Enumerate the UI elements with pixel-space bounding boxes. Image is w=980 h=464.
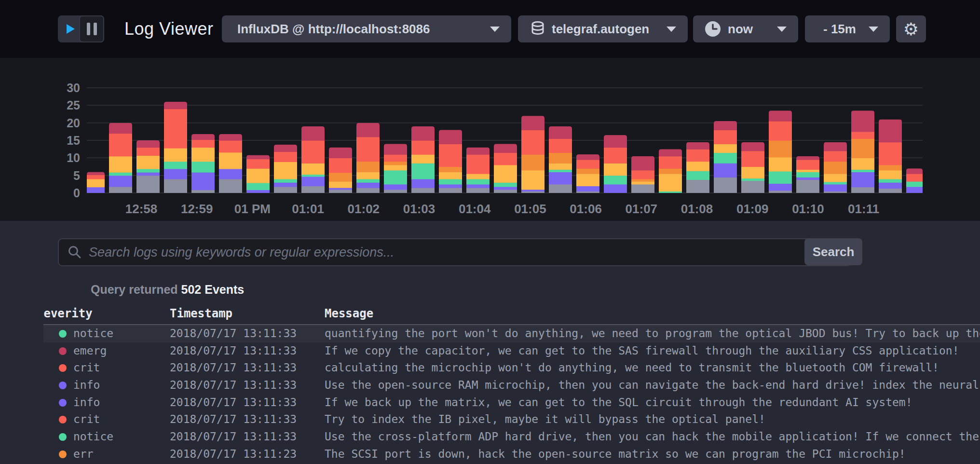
bar-segment-notice: [714, 152, 737, 163]
bar-segment-crit: [741, 151, 764, 167]
bar-segment-notice: [549, 169, 572, 172]
bar-segment-warning: [604, 163, 627, 176]
histogram-bar: [604, 135, 627, 193]
bar-segment-emerg: [494, 144, 517, 153]
bar-segment-warning: [576, 174, 599, 186]
search-input[interactable]: [82, 245, 851, 260]
histogram-bar: [219, 134, 242, 193]
bar-segment-info: [219, 169, 242, 179]
bar-segment-err: [576, 168, 599, 174]
bar-segment-crit: [356, 137, 380, 162]
log-table: Severity Timestamp Message notice2018/07…: [43, 304, 980, 464]
bar-segment-notice: [879, 179, 902, 183]
histogram-bar: [136, 140, 160, 193]
bar-segment-notice: [301, 174, 325, 177]
table-row[interactable]: info2018/07/17 13:11:33Use the open-sour…: [43, 377, 980, 394]
chevron-down-icon: [777, 27, 787, 32]
bar-segment-emerg: [906, 168, 923, 174]
bar-segment-emerg: [576, 154, 599, 160]
bar-segment-emerg: [824, 142, 847, 151]
bar-segment-emerg: [109, 123, 132, 134]
bar-segment-crit: [109, 133, 132, 156]
bar-segment-warning: [136, 155, 160, 169]
bar-segment-emerg: [164, 102, 187, 109]
pause-icon: [87, 23, 90, 35]
bar-segment-emerg: [796, 156, 819, 160]
bar-segment-crit: [494, 152, 517, 165]
bar-segment-emerg: [879, 119, 902, 142]
play-button[interactable]: [58, 15, 81, 42]
bar-segment-info: [274, 182, 297, 187]
search-button[interactable]: Search: [804, 238, 862, 265]
log-panel: Search Query returned 502 Events Severit…: [0, 221, 980, 464]
bar-segment-crit: [329, 158, 352, 173]
histogram-bar: [796, 156, 819, 193]
row-message: Use the open-source RAM microchip, then …: [325, 377, 980, 394]
x-axis-tick-label: 01:07: [626, 202, 658, 216]
bar-segment-notice: [741, 178, 764, 181]
row-message: quantifying the port won't do anything, …: [325, 325, 980, 342]
bar-segment-notice: [274, 179, 297, 183]
table-row[interactable]: emerg2018/07/17 13:11:33If we copy the c…: [43, 342, 980, 360]
bar-segment-debug: [191, 190, 215, 193]
table-row[interactable]: notice2018/07/17 13:11:33quantifying the…: [43, 325, 980, 342]
bar-segment-info: [576, 186, 599, 191]
histogram-bar: [439, 130, 462, 193]
bar-segment-emerg: [411, 126, 435, 141]
bar-segment-info: [851, 172, 874, 187]
time-dropdown[interactable]: now: [693, 15, 798, 42]
bar-segment-notice: [769, 171, 792, 184]
clock-icon: [705, 21, 721, 37]
event-count: 502 Events: [181, 283, 245, 296]
bar-segment-info: [796, 177, 819, 180]
severity-dot-notice: [59, 433, 67, 441]
bar-segment-notice: [356, 179, 380, 183]
source-dropdown[interactable]: InfluxDB @ http://localhost:8086: [222, 15, 511, 42]
x-axis-tick-label: 01:10: [792, 202, 824, 216]
pause-button[interactable]: [79, 15, 104, 42]
histogram-bar: [879, 119, 902, 193]
table-row[interactable]: err2018/07/17 13:11:23The SCSI port is d…: [43, 446, 980, 463]
bar-segment-crit: [576, 160, 599, 169]
bar-segment-warning: [686, 162, 709, 171]
bar-segment-err: [384, 162, 407, 165]
row-timestamp: 2018/07/17 13:11:33: [170, 411, 297, 428]
duration-dropdown[interactable]: - 15m: [805, 15, 890, 42]
settings-button[interactable]: ⚙: [896, 15, 926, 42]
event-histogram[interactable]: 05101520253012:5812:5901 PM01:0101:0201:…: [0, 58, 980, 221]
histogram-bar: [741, 142, 764, 193]
bar-segment-crit: [191, 140, 215, 148]
bar-segment-crit: [466, 154, 490, 174]
bar-segment-crit: [824, 151, 847, 162]
bar-segment-warning: [824, 174, 847, 182]
row-severity: notice: [73, 428, 113, 446]
duration-dropdown-label: - 15m: [823, 22, 856, 37]
bar-segment-crit: [659, 156, 682, 169]
bar-segment-warning: [164, 148, 187, 162]
bar-segment-emerg: [191, 134, 215, 140]
database-icon: [531, 21, 545, 37]
histogram-bar: [87, 172, 105, 193]
bar-segment-info: [879, 182, 902, 189]
bar-segment-warning: [521, 170, 544, 190]
bar-segment-emerg: [274, 145, 297, 152]
bar-segment-warning: [879, 170, 902, 179]
bar-segment-debug: [356, 188, 380, 193]
bar-segment-debug: [824, 191, 847, 193]
bar-segment-notice: [686, 171, 709, 180]
bar-segment-emerg: [329, 148, 352, 158]
namespace-dropdown[interactable]: telegraf.autogen: [518, 15, 688, 42]
bar-segment-err: [879, 165, 902, 171]
table-row[interactable]: crit2018/07/17 13:11:33Try to index the …: [43, 411, 980, 428]
table-row[interactable]: info2018/07/17 13:11:33If we back up the…: [43, 394, 980, 411]
bar-segment-emerg: [769, 110, 792, 121]
y-axis-tick-label: 5: [73, 169, 80, 182]
bar-segment-err: [824, 162, 847, 174]
histogram-bar: [246, 155, 270, 193]
row-severity: notice: [73, 325, 113, 342]
table-row[interactable]: crit2018/07/17 13:11:33calculating the m…: [43, 359, 980, 377]
bar-segment-info: [494, 187, 517, 190]
table-row[interactable]: notice2018/07/17 13:11:33Use the cross-p…: [43, 428, 980, 446]
severity-dot-notice: [59, 330, 67, 338]
bar-segment-debug: [631, 184, 654, 193]
